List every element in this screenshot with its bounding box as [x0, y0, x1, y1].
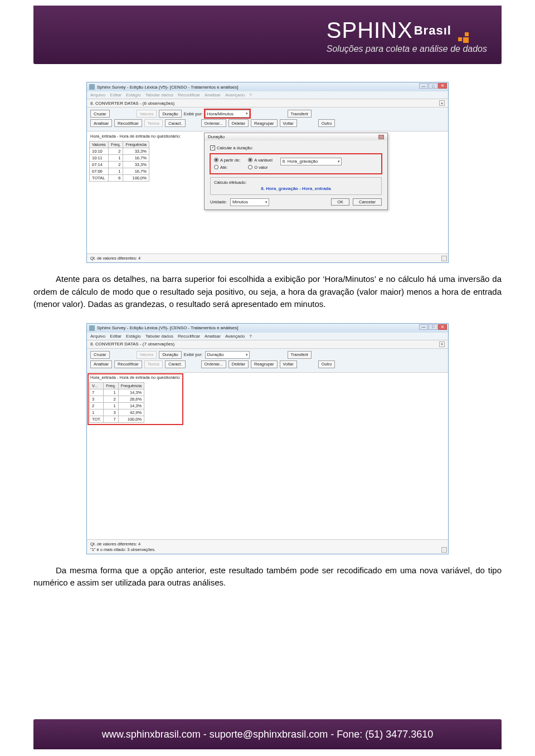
voltar-button[interactable]: Voltar: [280, 360, 297, 368]
textos-button: Textos: [144, 360, 163, 368]
tab-label[interactable]: 8. CONVERTER DATAS - (7 observações): [90, 342, 174, 347]
scroll-handle-icon[interactable]: [441, 547, 447, 553]
radio-variavel[interactable]: [248, 158, 252, 162]
table-row: 07:14233,3%: [90, 162, 149, 168]
duracao-button[interactable]: Duração: [159, 351, 181, 359]
minimize-icon[interactable]: —: [419, 324, 428, 330]
dialog-icon: [378, 135, 384, 139]
table-row: 1342,9%: [90, 409, 144, 416]
window-titlebar: Sphinx Survey - Edição Léxica (V5)- [CEN…: [87, 82, 448, 91]
status-text-2: "1" é o mais citado: 3 observações.: [90, 547, 445, 552]
valores-button: Valores: [137, 351, 157, 359]
radio-ate[interactable]: [214, 165, 218, 169]
checkbox-icon[interactable]: ✓: [210, 145, 215, 150]
screenshot-1: Sphinx Survey - Edição Léxica (V5)- [CEN…: [86, 82, 449, 263]
caract-button[interactable]: Caract.: [165, 360, 185, 368]
reagrupar-button[interactable]: Reagrupar: [251, 119, 277, 127]
ok-button[interactable]: OK: [331, 198, 349, 206]
minimize-icon[interactable]: —: [419, 83, 428, 89]
exibir-por-label: Exibir por:: [184, 111, 203, 116]
table-row: 7114,3%: [90, 389, 144, 396]
deletar-button[interactable]: Deletar: [228, 119, 249, 127]
outro-button[interactable]: Outro: [318, 119, 335, 127]
outro-button[interactable]: Outro: [318, 360, 335, 368]
tab-close-icon[interactable]: ×: [439, 342, 445, 347]
maximize-icon[interactable]: □: [429, 83, 437, 89]
data-table: V...Freq.Frequência 7114,3% 3228,6% 2114…: [89, 382, 144, 423]
table-row: 07:06116,7%: [90, 168, 149, 175]
scroll-handle-icon[interactable]: [441, 256, 447, 261]
paragraph-1: Atente para os detalhes, na barra superi…: [33, 273, 502, 311]
variavel-combo[interactable]: 8. Hora_gravação: [280, 158, 342, 165]
window-title: Sphinx Survey - Edição Léxica (V5)- [CEN…: [97, 325, 238, 330]
transferir-button[interactable]: Transferir: [288, 351, 312, 359]
calcular-label: Calcular a duração:: [217, 145, 253, 150]
transferir-button[interactable]: Transferir: [288, 110, 312, 118]
table-row: 2114,3%: [90, 402, 144, 409]
menubar[interactable]: ArquivoEditarEstágioTabular dadosRecodif…: [87, 333, 448, 340]
screenshot-2: Sphinx Survey - Edição Léxica (V5)- [CEN…: [86, 323, 449, 554]
section-header: Hora_entrada - Hora de entrada no questi…: [88, 374, 183, 381]
close-icon[interactable]: ✕: [438, 324, 447, 330]
ordenar-button[interactable]: Ordenar...: [201, 119, 226, 127]
valores-button: Valores: [137, 110, 157, 118]
close-icon[interactable]: ✕: [438, 83, 447, 89]
textos-button: Textos: [144, 119, 163, 127]
voltar-button[interactable]: Voltar: [280, 119, 297, 127]
duracao-button[interactable]: Duração: [159, 110, 181, 118]
status-text: Qt. de valores diferentes: 4: [90, 256, 445, 261]
window-title: Sphinx Survey - Edição Léxica (V5)- [CEN…: [97, 85, 238, 90]
table-row: TOTAL6100,0%: [90, 175, 149, 182]
radio-apartir[interactable]: [214, 158, 218, 162]
brand-squares-icon: [458, 32, 469, 43]
tab-close-icon[interactable]: ×: [439, 100, 445, 106]
footer-text: www.sphinxbrasil.com - suporte@sphinxbra…: [102, 729, 434, 740]
maximize-icon[interactable]: □: [429, 324, 437, 330]
footer-banner: www.sphinxbrasil.com - suporte@sphinxbra…: [33, 719, 502, 749]
table-row: 10:11116,7%: [90, 155, 149, 162]
unidade-label: Unidade:: [210, 199, 227, 204]
brand-primary: SPHINX: [327, 18, 413, 43]
deletar-button[interactable]: Deletar: [228, 360, 249, 368]
calc-expression: 8. Hora_gravação - Hora_entrada: [214, 185, 378, 192]
analisar-button[interactable]: Analisar: [90, 119, 112, 127]
app-icon: [89, 84, 95, 90]
table-row: 10:10233,3%: [90, 148, 149, 155]
exibir-por-label: Exibir por:: [184, 352, 203, 357]
brand-secondary: Brasıl: [414, 23, 451, 38]
data-table: ValoresFreq.Frequência 10:10233,3% 10:11…: [89, 141, 149, 182]
reagrupar-button[interactable]: Reagrupar: [251, 360, 277, 368]
window-titlebar: Sphinx Survey - Edição Léxica (V5)- [CEN…: [87, 324, 448, 333]
table-row: TOT.7100,0%: [90, 416, 144, 422]
status-text-1: Qt. de valores diferentes: 4: [90, 542, 445, 547]
exibir-por-combo[interactable]: Duração: [205, 351, 250, 359]
menubar[interactable]: ArquivoEditarEstágioTabular dadosRecodif…: [87, 91, 448, 99]
cancelar-button[interactable]: Cancelar: [353, 198, 382, 206]
duracao-dialog: Duração ✓Calcular a duração: A partir de…: [204, 133, 388, 210]
exibir-por-combo[interactable]: Hora/Minutos: [205, 110, 250, 118]
recodificar-button[interactable]: Recodificar: [114, 119, 142, 127]
dialog-title: Duração: [208, 134, 225, 139]
cruzar-button[interactable]: Cruzar: [90, 351, 110, 359]
ordenar-button[interactable]: Ordenar...: [201, 360, 226, 368]
table-row: 3228,6%: [90, 396, 144, 402]
recodificar-button[interactable]: Recodificar: [114, 360, 142, 368]
brand-tagline: Soluções para coleta e análise de dados: [327, 44, 487, 54]
tab-label[interactable]: 8. CONVERTER DATAS - (6 observações): [90, 101, 174, 106]
unidade-combo[interactable]: Minutos: [230, 198, 269, 206]
radio-valor[interactable]: [248, 165, 252, 169]
app-icon: [89, 325, 95, 331]
paragraph-2: Da mesma forma que a opção anterior, est…: [33, 564, 502, 589]
cruzar-button[interactable]: Cruzar: [90, 110, 110, 118]
header-banner: SPHINX Brasıl Soluções para coleta e aná…: [33, 6, 502, 64]
analisar-button[interactable]: Analisar: [90, 360, 112, 368]
calc-label: Cálculo efetuado:: [214, 180, 378, 185]
caract-button[interactable]: Caract.: [165, 119, 185, 127]
